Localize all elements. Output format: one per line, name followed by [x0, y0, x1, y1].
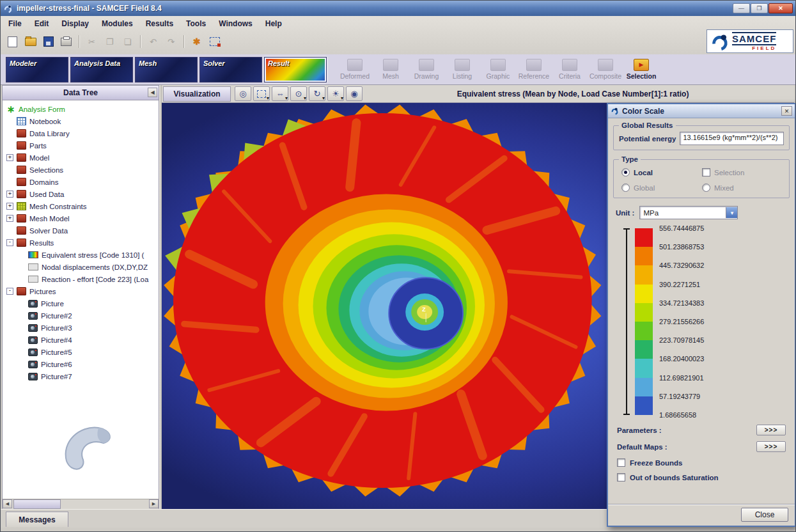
paste-icon: ❏ [124, 37, 132, 47]
tree-item-model[interactable]: +Model [3, 152, 159, 164]
tree-item-notebook[interactable]: Notebook [3, 115, 159, 127]
result-tool-selection[interactable]: ▶Selection [625, 59, 658, 80]
tree-item-equivalent-stress-code-1310[interactable]: Equivalent stress [Code 1310] ( [3, 249, 159, 261]
module-tab-mesh[interactable]: Mesh [135, 57, 198, 82]
out-of-bounds-option[interactable]: Out of bounds Saturation [617, 473, 786, 481]
tree-item-results[interactable]: -Results [3, 237, 159, 249]
tree-item-pictures[interactable]: -Pictures [3, 285, 159, 297]
parameters-expand-button[interactable]: >>> [756, 425, 786, 435]
tree-item-data-library[interactable]: Data Library [3, 127, 159, 139]
maximize-button[interactable]: ❐ [751, 3, 768, 13]
scroll-left-button[interactable]: ◀ [3, 499, 12, 508]
scrollbar-thumb[interactable] [13, 499, 61, 509]
result-tool-mesh[interactable]: Mesh [374, 59, 407, 80]
open-button[interactable] [22, 34, 38, 49]
module-tab-solver[interactable]: Solver [199, 57, 262, 82]
result-tool-deformed[interactable]: Deformed [338, 59, 371, 80]
redo-button[interactable]: ↷ [163, 34, 179, 49]
probe-button[interactable]: ◎ [235, 86, 251, 101]
tree-item-reaction-effort-code-223-loa[interactable]: Reaction - effort [Code 223] (Loa [3, 273, 159, 285]
result-tool-reference[interactable]: Reference [517, 59, 550, 80]
module-tab-modeler[interactable]: Modeler [6, 57, 68, 82]
result-tool-drawing[interactable]: Drawing [410, 59, 443, 80]
tree-item-mesh-constraints[interactable]: +Mesh Constraints [3, 200, 159, 212]
tree-item-picture-7[interactable]: Picture#7 [3, 370, 159, 382]
tree-expander[interactable]: - [6, 239, 13, 246]
close-button[interactable]: Close [741, 508, 788, 522]
checkbox-selection[interactable] [702, 168, 710, 176]
print-button[interactable] [58, 34, 74, 49]
out-of-bounds-checkbox[interactable] [617, 473, 625, 481]
potential-energy-field[interactable]: 13.16615e9 (kg*mm**2)/(s**2) [680, 132, 784, 145]
shading-button[interactable]: ☀▾ [327, 86, 344, 101]
tree-item-picture-3[interactable]: Picture#3 [3, 322, 159, 334]
radio-local[interactable] [621, 168, 630, 176]
copy-button[interactable]: ❐ [102, 34, 118, 49]
type-option-mixed[interactable]: Mixed [702, 184, 783, 192]
module-tab-analysis-data[interactable]: Analysis Data [70, 57, 133, 82]
undo-button[interactable]: ↶ [145, 34, 161, 49]
scroll-right-button[interactable]: ▶ [149, 499, 159, 508]
freeze-bounds-checkbox[interactable] [617, 458, 625, 467]
tree-item-picture[interactable]: Picture [3, 297, 159, 309]
freeze-bounds-option[interactable]: Freeze Bounds [617, 458, 786, 467]
scrollbar-track[interactable] [12, 499, 149, 509]
tree-item-analysis-form[interactable]: ∗Analysis Form [3, 103, 159, 115]
selection-mode-button[interactable]: ▾ [253, 86, 270, 101]
tree-item-nodal-displacements-dx-dy-dz[interactable]: Nodal displacements (DX,DY,DZ [3, 261, 159, 273]
messages-tab[interactable]: Messages [6, 512, 68, 527]
menu-item-modules[interactable]: Modules [95, 18, 139, 29]
tree-item-mesh-model[interactable]: +Mesh Model [3, 212, 159, 224]
radio-mixed[interactable] [702, 184, 710, 192]
tree-item-picture-5[interactable]: Picture#5 [3, 346, 159, 358]
menu-item-help[interactable]: Help [259, 18, 288, 29]
type-option-selection[interactable]: Selection [702, 168, 783, 176]
result-tool-graphic[interactable]: Graphic [481, 59, 515, 80]
menu-item-file[interactable]: File [2, 18, 28, 29]
tree-item-selections[interactable]: Selections [3, 164, 159, 176]
annotate-button[interactable]: ✱ [189, 34, 205, 49]
menu-item-windows[interactable]: Windows [212, 18, 259, 29]
menu-item-results[interactable]: Results [139, 18, 180, 29]
tree-expander[interactable]: + [6, 154, 13, 161]
menu-item-edit[interactable]: Edit [28, 18, 56, 29]
menu-item-tools[interactable]: Tools [180, 18, 212, 29]
zoom-button[interactable]: ⊙▾ [290, 86, 307, 101]
rotate-button[interactable]: ↻▾ [309, 86, 325, 101]
default-maps-expand-button[interactable]: >>> [756, 441, 786, 452]
tree-item-picture-4[interactable]: Picture#4 [3, 334, 159, 346]
tree-expander[interactable]: - [6, 288, 13, 295]
pan-button[interactable]: ⇔▾ [272, 86, 288, 101]
unit-select[interactable]: MPa ▾ [639, 206, 738, 219]
tree-item-domains[interactable]: Domains [3, 176, 159, 188]
menu-item-display[interactable]: Display [55, 18, 95, 29]
tree-expander[interactable]: + [6, 203, 13, 210]
module-tab-result[interactable]: Result [264, 57, 327, 82]
radio-global[interactable] [621, 184, 630, 192]
paste-button[interactable]: ❏ [120, 34, 136, 49]
tree-item-solver-data[interactable]: Solver Data [3, 224, 159, 237]
tree-item-picture-2[interactable]: Picture#2 [3, 309, 159, 322]
selection-filter-button[interactable] [207, 34, 222, 49]
collapse-panel-button[interactable]: ◀ [148, 88, 157, 97]
snapshot-button[interactable]: ◉ [346, 86, 363, 101]
tree-expander[interactable]: + [6, 215, 13, 222]
cut-button[interactable]: ✂ [84, 34, 100, 49]
tree-expander[interactable]: + [6, 191, 13, 198]
tree-item-used-data[interactable]: +Used Data [3, 188, 159, 200]
save-button[interactable] [40, 34, 56, 49]
type-option-global[interactable]: Global [621, 184, 702, 192]
dialog-close-button[interactable]: ✕ [781, 106, 792, 116]
close-window-button[interactable]: ✕ [769, 3, 793, 13]
new-file-button[interactable] [4, 34, 20, 49]
result-tool-listing[interactable]: Listing [446, 59, 479, 80]
result-tool-composite[interactable]: Composite [589, 59, 622, 80]
type-option-local[interactable]: Local [621, 168, 702, 176]
tree-item-parts[interactable]: Parts [3, 139, 159, 152]
chevron-down-icon[interactable]: ▾ [726, 207, 737, 218]
dialog-title-bar[interactable]: Color Scale ✕ [608, 104, 795, 118]
tree-horizontal-scrollbar[interactable]: ◀ ▶ [3, 499, 159, 509]
result-tool-criteria[interactable]: Criteria [553, 59, 586, 80]
tree-item-picture-6[interactable]: Picture#6 [3, 358, 159, 370]
minimize-button[interactable]: — [733, 3, 750, 13]
